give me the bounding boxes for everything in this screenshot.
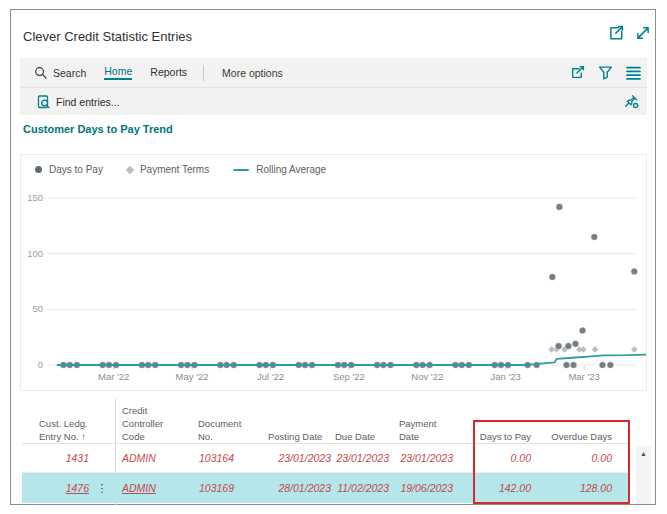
search-button[interactable]: Search [34,66,86,79]
column-header-days_to_pay[interactable]: Days to Pay [453,399,531,443]
cell-payment_date: 23/01/2023 [395,444,453,472]
more-options-button[interactable]: More options [222,67,283,79]
legend-item-days-to-pay: Days to Pay [35,164,103,175]
column-header-posting_date[interactable]: Posting Date [268,399,332,443]
svg-text:May '22: May '22 [176,371,209,382]
chart-legend: Days to Pay Payment Terms Rolling Averag… [35,164,350,175]
cell-entry_no[interactable]: 1476 [31,473,89,503]
page-title: Clever Credit Statistic Entries [23,29,192,44]
legend-label: Days to Pay [49,164,103,175]
column-header-line: Payment [399,417,451,430]
line-marker-icon [233,169,249,171]
circle-marker-icon [35,166,42,173]
chart-card: Days to Pay Payment Terms Rolling Averag… [20,154,647,391]
cell-days_to_pay: 142.00 [453,473,531,503]
tab-reports[interactable]: Reports [150,66,187,79]
svg-text:150: 150 [27,192,43,203]
column-header-line: Overdue Days [524,430,612,443]
legend-item-rolling-average: Rolling Average [233,164,326,175]
column-header-entry_no[interactable]: Cust. Ledg.Entry No. ↑ [39,399,101,443]
column-header-line: Cust. Ledg. [39,417,101,430]
column-header-due_date[interactable]: Due Date [335,399,387,443]
column-header-overdue_days[interactable]: Overdue Days [524,399,612,443]
trend-chart: 050100150Mar '22May '22Jul '22Sep '22Nov… [21,182,646,390]
cell-payment_date: 19/06/2023 [395,473,453,503]
svg-text:Mar '22: Mar '22 [98,371,129,382]
app-window: Clever Credit Statistic Entries Search H… [10,9,656,505]
column-header-line: No. [198,430,248,443]
svg-text:Mar '23: Mar '23 [568,371,599,382]
cell-overdue_days: 128.00 [524,473,612,503]
share-icon[interactable] [570,65,585,80]
list-options-icon[interactable] [626,65,641,80]
cell-due_date: 11/02/2023 [331,473,389,503]
svg-text:Jan '23: Jan '23 [491,371,521,382]
cell-credit_controller_code: ADMIN [122,444,180,472]
legend-item-payment-terms: Payment Terms [127,164,209,175]
cell-posting_date: 28/01/2023 [265,473,331,503]
cell-overdue_days: 0.00 [524,444,612,472]
column-header-line: Due Date [335,430,387,443]
column-header-document_no[interactable]: DocumentNo. [198,399,248,443]
column-header-line: Code [122,430,184,443]
cell-due_date: 23/01/2023 [331,444,389,472]
column-header-line: Credit [122,404,184,417]
search-label: Search [53,67,86,79]
table-scrollbar[interactable]: ▲ [636,446,651,504]
column-header-payment_date[interactable]: PaymentDate [399,399,451,443]
find-entries-icon [37,95,51,109]
legend-label: Payment Terms [140,164,209,175]
tab-home[interactable]: Home [104,65,132,80]
cell-document_no: 103164 [182,444,234,472]
scroll-up-icon[interactable]: ▲ [640,450,647,504]
svg-text:Nov '22: Nov '22 [411,371,443,382]
cell-entry_no: 1431 [31,444,89,472]
filter-icon[interactable] [598,65,613,80]
diamond-marker-icon [126,165,134,173]
title-bar: Clever Credit Statistic Entries [11,10,655,58]
cell-posting_date: 23/01/2023 [265,444,331,472]
find-entries-label: Find entries... [56,96,120,108]
find-entries-bar[interactable]: Find entries... [20,87,647,115]
column-header-line: Days to Pay [453,430,531,443]
row-options-ellipsis-icon[interactable]: ⋮ [95,473,109,503]
toolbar-right-icons [570,65,647,80]
legend-label: Rolling Average [256,164,326,175]
svg-text:0: 0 [38,359,43,370]
open-in-new-window-icon[interactable] [608,25,624,41]
svg-text:Jul '22: Jul '22 [257,371,284,382]
expand-fullscreen-icon[interactable] [635,25,651,41]
column-header-line: Entry No. ↑ [39,430,101,443]
cell-credit_controller_code[interactable]: ADMIN [122,473,180,503]
column-header-credit_controller_code[interactable]: CreditControllerCode [122,399,184,443]
toolbar-divider [203,65,204,81]
cell-document_no: 103169 [182,473,234,503]
svg-text:Sep '22: Sep '22 [333,371,365,382]
search-icon [34,66,47,79]
section-heading: Customer Days to Pay Trend [23,123,173,135]
column-header-line: Document [198,417,248,430]
svg-text:50: 50 [32,303,43,314]
cell-days_to_pay: 0.00 [453,444,531,472]
pin-icon[interactable] [624,94,639,109]
column-header-line: Controller [122,417,184,430]
column-header-line: Date [399,430,451,443]
column-header-line: Posting Date [268,430,332,443]
svg-text:100: 100 [27,248,43,259]
action-bar: Search Home Reports More options [20,58,647,87]
